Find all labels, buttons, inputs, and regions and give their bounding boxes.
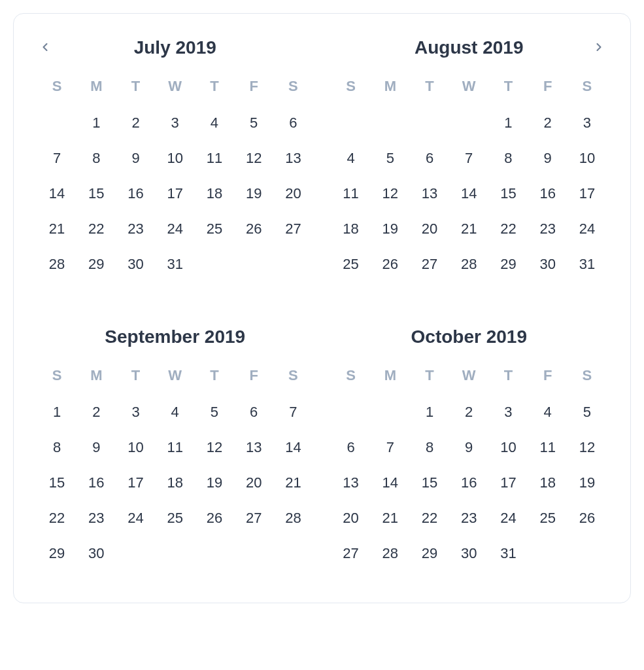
day-cell[interactable]: 27	[273, 211, 313, 247]
day-cell[interactable]: 5	[371, 141, 410, 176]
day-cell[interactable]: 28	[449, 247, 488, 282]
day-cell[interactable]: 29	[488, 247, 528, 282]
day-cell[interactable]: 2	[76, 395, 116, 430]
day-cell[interactable]: 6	[234, 395, 273, 430]
day-cell[interactable]: 14	[449, 176, 488, 211]
day-cell[interactable]: 27	[331, 536, 371, 571]
day-cell[interactable]: 8	[37, 430, 76, 465]
day-cell[interactable]: 20	[331, 501, 371, 536]
day-cell[interactable]: 6	[331, 430, 371, 465]
day-cell[interactable]: 22	[410, 501, 449, 536]
day-cell[interactable]: 17	[116, 465, 155, 501]
day-cell[interactable]: 10	[156, 141, 195, 176]
day-cell[interactable]: 1	[488, 105, 528, 141]
day-cell[interactable]: 21	[37, 211, 76, 247]
day-cell[interactable]: 3	[156, 105, 195, 141]
day-cell[interactable]: 8	[76, 141, 116, 176]
day-cell[interactable]: 18	[331, 211, 371, 247]
day-cell[interactable]: 20	[273, 176, 313, 211]
day-cell[interactable]: 19	[195, 465, 234, 501]
day-cell[interactable]: 23	[528, 211, 568, 247]
day-cell[interactable]: 24	[156, 211, 195, 247]
day-cell[interactable]: 7	[449, 141, 488, 176]
day-cell[interactable]: 17	[156, 176, 195, 211]
day-cell[interactable]: 12	[195, 430, 234, 465]
day-cell[interactable]: 10	[116, 430, 155, 465]
day-cell[interactable]: 19	[371, 211, 410, 247]
day-cell[interactable]: 26	[371, 247, 410, 282]
day-cell[interactable]: 18	[156, 465, 195, 501]
day-cell[interactable]: 4	[528, 395, 568, 430]
day-cell[interactable]: 28	[37, 247, 76, 282]
day-cell[interactable]: 23	[449, 501, 488, 536]
day-cell[interactable]: 19	[234, 176, 273, 211]
day-cell[interactable]: 12	[568, 430, 607, 465]
day-cell[interactable]: 11	[195, 141, 234, 176]
day-cell[interactable]: 20	[234, 465, 273, 501]
day-cell[interactable]: 28	[371, 536, 410, 571]
day-cell[interactable]: 4	[195, 105, 234, 141]
day-cell[interactable]: 26	[568, 501, 607, 536]
day-cell[interactable]: 18	[195, 176, 234, 211]
day-cell[interactable]: 22	[37, 501, 76, 536]
day-cell[interactable]: 13	[234, 430, 273, 465]
day-cell[interactable]: 1	[37, 395, 76, 430]
next-month-button[interactable]	[588, 37, 609, 58]
day-cell[interactable]: 29	[37, 536, 76, 571]
day-cell[interactable]: 20	[410, 211, 449, 247]
day-cell[interactable]: 2	[449, 395, 488, 430]
day-cell[interactable]: 10	[568, 141, 607, 176]
day-cell[interactable]: 13	[331, 465, 371, 501]
day-cell[interactable]: 17	[488, 465, 528, 501]
day-cell[interactable]: 14	[273, 430, 313, 465]
day-cell[interactable]: 13	[410, 176, 449, 211]
day-cell[interactable]: 14	[37, 176, 76, 211]
day-cell[interactable]: 4	[331, 141, 371, 176]
day-cell[interactable]: 25	[331, 247, 371, 282]
day-cell[interactable]: 16	[528, 176, 568, 211]
day-cell[interactable]: 6	[273, 105, 313, 141]
day-cell[interactable]: 19	[568, 465, 607, 501]
day-cell[interactable]: 15	[410, 465, 449, 501]
day-cell[interactable]: 28	[273, 501, 313, 536]
day-cell[interactable]: 4	[156, 395, 195, 430]
day-cell[interactable]: 2	[116, 105, 155, 141]
day-cell[interactable]: 21	[371, 501, 410, 536]
day-cell[interactable]: 9	[449, 430, 488, 465]
day-cell[interactable]: 23	[76, 501, 116, 536]
day-cell[interactable]: 17	[568, 176, 607, 211]
day-cell[interactable]: 25	[528, 501, 568, 536]
day-cell[interactable]: 6	[410, 141, 449, 176]
day-cell[interactable]: 24	[568, 211, 607, 247]
day-cell[interactable]: 24	[488, 501, 528, 536]
day-cell[interactable]: 1	[410, 395, 449, 430]
day-cell[interactable]: 15	[488, 176, 528, 211]
day-cell[interactable]: 11	[331, 176, 371, 211]
day-cell[interactable]: 25	[195, 211, 234, 247]
day-cell[interactable]: 24	[116, 501, 155, 536]
day-cell[interactable]: 9	[116, 141, 155, 176]
day-cell[interactable]: 22	[76, 211, 116, 247]
day-cell[interactable]: 9	[76, 430, 116, 465]
day-cell[interactable]: 26	[195, 501, 234, 536]
day-cell[interactable]: 29	[76, 247, 116, 282]
prev-month-button[interactable]	[35, 37, 56, 58]
day-cell[interactable]: 27	[410, 247, 449, 282]
day-cell[interactable]: 30	[116, 247, 155, 282]
day-cell[interactable]: 26	[234, 211, 273, 247]
day-cell[interactable]: 21	[273, 465, 313, 501]
day-cell[interactable]: 14	[371, 465, 410, 501]
day-cell[interactable]: 11	[528, 430, 568, 465]
day-cell[interactable]: 12	[371, 176, 410, 211]
day-cell[interactable]: 3	[568, 105, 607, 141]
day-cell[interactable]: 31	[488, 536, 528, 571]
day-cell[interactable]: 5	[195, 395, 234, 430]
day-cell[interactable]: 7	[37, 141, 76, 176]
day-cell[interactable]: 16	[76, 465, 116, 501]
day-cell[interactable]: 7	[371, 430, 410, 465]
day-cell[interactable]: 30	[528, 247, 568, 282]
day-cell[interactable]: 27	[234, 501, 273, 536]
day-cell[interactable]: 1	[76, 105, 116, 141]
day-cell[interactable]: 3	[488, 395, 528, 430]
day-cell[interactable]: 2	[528, 105, 568, 141]
